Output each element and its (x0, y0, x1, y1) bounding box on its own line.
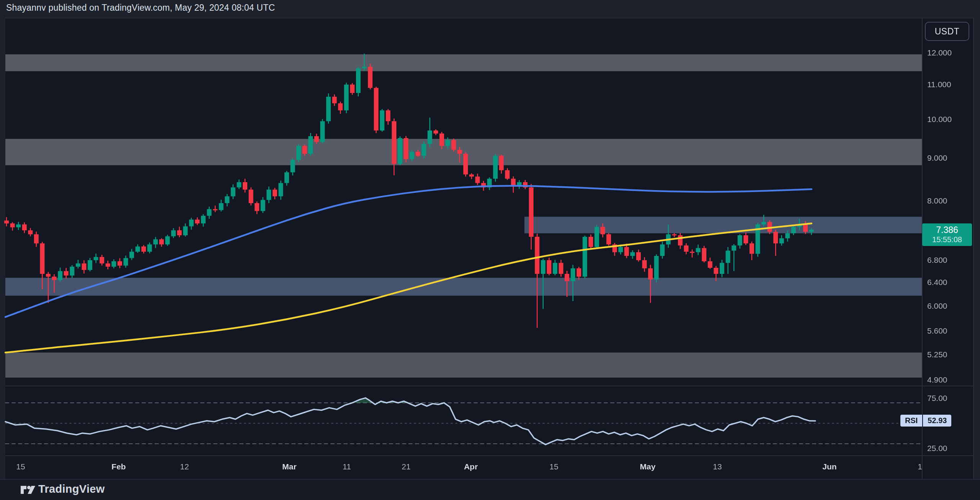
price-tick-label: 6.800 (927, 256, 947, 265)
last-price-value: 7.386 (922, 225, 972, 235)
price-tick-label: 11.000 (927, 80, 951, 89)
price-tick-label: 5.600 (927, 326, 947, 336)
rsi-value-badge: RSI 52.93 (900, 415, 951, 427)
rsi-label: RSI (900, 415, 922, 427)
time-axis-separator (5, 455, 973, 456)
footer-bar: TradingView (0, 479, 980, 500)
last-price-badge: 7.386 15:55:08 (922, 223, 972, 246)
rsi-pane-separator[interactable] (5, 386, 973, 386)
price-tick-label: 6.000 (927, 301, 947, 311)
price-tick-label: 12.000 (927, 48, 952, 57)
time-tick-label: 13 (713, 461, 722, 472)
price-tick-label: 4.900 (927, 375, 947, 384)
time-tick-label: Mar (282, 461, 296, 472)
price-tick-label: 6.400 (927, 278, 947, 287)
time-tick-label: Feb (111, 461, 126, 472)
time-tick-label: 11 (343, 461, 351, 472)
time-tick-label: 21 (402, 461, 410, 472)
right-edge-border (973, 18, 974, 479)
tradingview-logo-icon[interactable] (20, 484, 36, 497)
rsi-tick-label: 25.00 (927, 444, 947, 453)
rsi-value: 52.93 (923, 415, 951, 427)
quote-currency-badge[interactable]: USDT (925, 22, 969, 41)
price-tick-label: 9.000 (927, 153, 947, 163)
candle-countdown-timer: 15:55:08 (922, 235, 972, 244)
time-tick-label: Apr (464, 461, 478, 472)
price-axis-border (922, 18, 923, 479)
time-tick-label: 12 (180, 461, 189, 472)
price-tick-label: 10.000 (927, 115, 952, 124)
price-tick-label: 8.000 (927, 196, 947, 205)
price-tick-label: 5.250 (927, 350, 947, 359)
rsi-tick-label: 75.00 (927, 394, 947, 403)
pane-top-border (5, 18, 973, 18)
time-tick-label: May (640, 461, 656, 472)
quote-currency-label: USDT (935, 26, 960, 37)
price-chart-canvas[interactable] (0, 0, 980, 500)
time-tick-label: Jun (822, 461, 836, 472)
time-tick-label: 1 (918, 461, 922, 472)
time-tick-label: 15 (549, 461, 558, 472)
time-tick-label: 15 (16, 461, 25, 472)
tradingview-logo-text[interactable]: TradingView (38, 483, 105, 495)
tradingview-screenshot: Shayannv published on TradingView.com, M… (0, 0, 980, 500)
